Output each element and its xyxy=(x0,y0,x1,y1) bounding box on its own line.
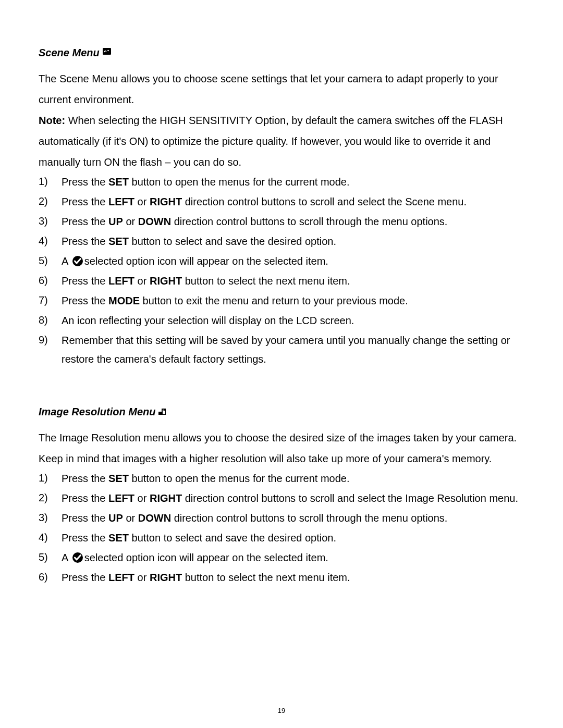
step-number: 4) xyxy=(39,528,62,547)
step-text: A selected option icon will appear on th… xyxy=(62,252,524,270)
list-item: 5) A selected option icon will appear on… xyxy=(39,252,524,270)
list-item: 7) Press the MODE button to exit the men… xyxy=(39,291,524,310)
list-item: 2) Press the LEFT or RIGHT direction con… xyxy=(39,192,524,211)
step-number: 1) xyxy=(39,469,62,488)
list-item: 8) An icon reflecting your selection wil… xyxy=(39,311,524,330)
list-item: 1) Press the SET button to open the menu… xyxy=(39,469,524,488)
step-number: 5) xyxy=(39,548,62,567)
list-item: 4) Press the SET button to select and sa… xyxy=(39,528,524,547)
step-number: 2) xyxy=(39,192,62,211)
checkmark-icon xyxy=(72,552,83,563)
page-number: 19 xyxy=(0,707,563,714)
step-text: Press the LEFT or RIGHT button to select… xyxy=(62,272,524,290)
step-text: Press the SET button to select and save … xyxy=(62,232,524,251)
step-number: 6) xyxy=(39,272,62,290)
step-text: Press the SET button to select and save … xyxy=(62,528,524,547)
step-text: A selected option icon will appear on th… xyxy=(62,548,524,567)
step-text: Press the UP or DOWN direction control b… xyxy=(62,212,524,231)
svg-rect-3 xyxy=(158,412,162,415)
step-text: Press the UP or DOWN direction control b… xyxy=(62,509,524,527)
note-label: Note: xyxy=(39,115,65,126)
step-number: 3) xyxy=(39,212,62,231)
svg-point-1 xyxy=(107,50,109,52)
step-text: Press the SET button to open the menus f… xyxy=(62,469,524,488)
scene-menu-note: Note: When selecting the HIGH SENSITIVIT… xyxy=(39,110,524,172)
svg-rect-0 xyxy=(103,48,111,55)
image-resolution-heading: Image Resolution Menu xyxy=(39,406,524,418)
step-text: An icon reflecting your selection will d… xyxy=(62,311,524,330)
image-resolution-steps: 1) Press the SET button to open the menu… xyxy=(39,469,524,587)
step-number: 1) xyxy=(39,172,62,191)
list-item: 6) Press the LEFT or RIGHT button to sel… xyxy=(39,568,524,587)
image-resolution-title: Image Resolution Menu xyxy=(39,406,155,418)
page: Scene Menu The Scene Menu allows you to … xyxy=(0,0,563,728)
list-item: 2) Press the LEFT or RIGHT direction con… xyxy=(39,489,524,508)
image-resolution-intro: The Image Resolution menu allows you to … xyxy=(39,427,524,469)
step-text: Press the MODE button to exit the menu a… xyxy=(62,291,524,310)
list-item: 3) Press the UP or DOWN direction contro… xyxy=(39,509,524,527)
list-item: 5) A selected option icon will appear on… xyxy=(39,548,524,567)
step-text: Remember that this setting will be saved… xyxy=(62,331,524,368)
list-item: 3) Press the UP or DOWN direction contro… xyxy=(39,212,524,231)
scene-menu-icon xyxy=(103,48,111,55)
list-item: 9) Remember that this setting will be sa… xyxy=(39,331,524,368)
note-body: When selecting the HIGH SENSITIVITY Opti… xyxy=(39,115,503,168)
step-number: 3) xyxy=(39,509,62,527)
scene-menu-intro: The Scene Menu allows you to choose scen… xyxy=(39,68,524,110)
step-number: 9) xyxy=(39,331,62,368)
step-number: 7) xyxy=(39,291,62,310)
scene-menu-title: Scene Menu xyxy=(39,47,100,59)
scene-menu-heading: Scene Menu xyxy=(39,47,524,59)
image-resolution-icon xyxy=(158,408,166,415)
step-text: Press the LEFT or RIGHT direction contro… xyxy=(62,192,524,211)
step-text: Press the LEFT or RIGHT button to select… xyxy=(62,568,524,587)
scene-menu-steps: 1) Press the SET button to open the menu… xyxy=(39,172,524,368)
step-number: 4) xyxy=(39,232,62,251)
list-item: 6) Press the LEFT or RIGHT button to sel… xyxy=(39,272,524,290)
list-item: 1) Press the SET button to open the menu… xyxy=(39,172,524,191)
list-item: 4) Press the SET button to select and sa… xyxy=(39,232,524,251)
step-number: 5) xyxy=(39,252,62,270)
step-number: 8) xyxy=(39,311,62,330)
step-number: 6) xyxy=(39,568,62,587)
step-text: Press the SET button to open the menus f… xyxy=(62,172,524,191)
step-number: 2) xyxy=(39,489,62,508)
checkmark-icon xyxy=(72,255,83,267)
step-text: Press the LEFT or RIGHT direction contro… xyxy=(62,489,524,508)
